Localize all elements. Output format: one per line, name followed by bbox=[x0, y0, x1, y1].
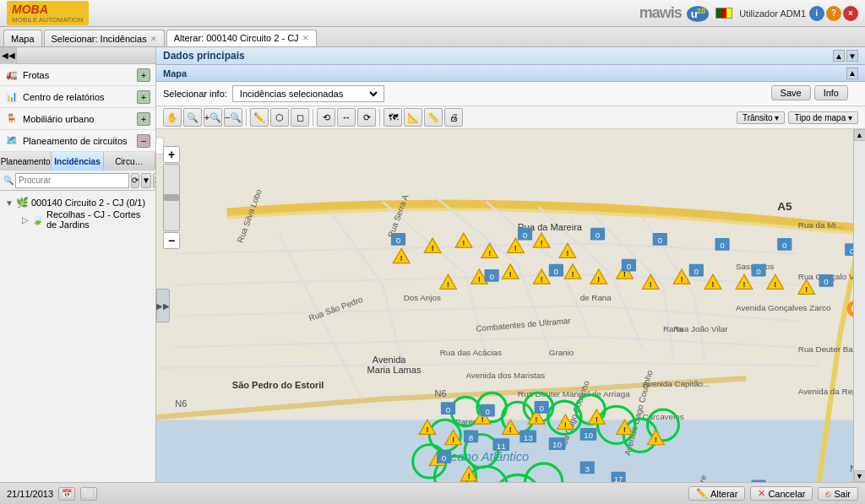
sidebar-item-mobiliario[interactable]: 🪑 Mobiliário urbano + bbox=[0, 108, 155, 130]
tool-layers-button[interactable]: 🗺 bbox=[384, 108, 402, 127]
tab-bar: Mapa Selecionar: Incidências ✕ Alterar: … bbox=[0, 27, 865, 47]
help-icon-button[interactable]: ? bbox=[826, 6, 841, 21]
map-container[interactable]: Oceano Atlântico A5 N6 N6 N9 bbox=[156, 129, 853, 482]
tool-measure-button[interactable]: 📐 bbox=[404, 108, 422, 127]
planeamento-remove-button[interactable]: − bbox=[137, 134, 150, 148]
tool-refresh-button[interactable]: ⟳ bbox=[357, 108, 376, 127]
tool-print-button[interactable]: 🖨 bbox=[444, 108, 463, 127]
mobiliario-add-button[interactable]: + bbox=[137, 112, 150, 126]
svg-text:Avenida da República: Avenida da República bbox=[798, 387, 853, 396]
svg-text:Rana: Rana bbox=[663, 324, 683, 333]
sair-button[interactable]: ⎋ Sair bbox=[818, 487, 858, 501]
content-panel: Dados principais ▲ ▼ Mapa ▲ Selecionar i… bbox=[156, 47, 865, 482]
cancelar-button[interactable]: ✕ Cancelar bbox=[750, 486, 813, 501]
tool-move-button[interactable]: ↔ bbox=[337, 108, 356, 127]
svg-text:3: 3 bbox=[585, 464, 590, 474]
tool-ruler-button[interactable]: 📏 bbox=[424, 108, 443, 127]
svg-text:0: 0 bbox=[523, 230, 528, 240]
svg-text:!: ! bbox=[597, 274, 600, 284]
tree-expand-icon[interactable]: ▼ bbox=[5, 198, 14, 208]
tab-selecionar[interactable]: Selecionar: Incidências ✕ bbox=[44, 30, 165, 46]
save-button[interactable]: Save bbox=[771, 85, 811, 100]
tool-polygon-button[interactable]: ⬡ bbox=[270, 108, 289, 127]
content-scroll-up-button[interactable]: ▲ bbox=[833, 50, 845, 62]
tool-rotate-button[interactable]: ⟲ bbox=[317, 108, 335, 127]
map-background: Oceano Atlântico A5 N6 N6 N9 bbox=[156, 129, 853, 482]
tree-root-item[interactable]: ▼ 🌿 000140 Circuito 2 - CJ (0/1) bbox=[2, 194, 154, 211]
scroll-track[interactable] bbox=[854, 141, 866, 470]
close-icon-button[interactable]: × bbox=[843, 6, 858, 21]
zoom-out-button[interactable]: − bbox=[163, 232, 180, 249]
map-svg: Oceano Atlântico A5 N6 N6 N9 bbox=[156, 129, 853, 482]
tab-alterar-close[interactable]: ✕ bbox=[302, 34, 309, 42]
tree-root-label: 000140 Circuito 2 - CJ (0/1) bbox=[31, 198, 145, 208]
tool-zoom-button[interactable]: 🔍 bbox=[183, 108, 202, 127]
svg-text:!: ! bbox=[488, 248, 491, 257]
tree-sub-icon: 🍃 bbox=[31, 214, 44, 225]
tool-hand-button[interactable]: ✋ bbox=[163, 108, 182, 127]
tab-mapa[interactable]: Mapa bbox=[3, 30, 42, 46]
map-sidebar-toggle[interactable]: ▶▶ bbox=[156, 289, 170, 322]
sidebar-tab-incidencias[interactable]: Incidências bbox=[52, 152, 103, 171]
calendar-button[interactable]: 📅 bbox=[58, 487, 75, 501]
svg-text:Rua Deuter Baltazar Cabral: Rua Deuter Baltazar Cabral bbox=[798, 344, 853, 354]
sidebar-item-relatorios[interactable]: 📊 Centro de relatórios + bbox=[0, 86, 155, 108]
relatorios-add-button[interactable]: + bbox=[137, 90, 150, 104]
content-scroll-down-button[interactable]: ▼ bbox=[846, 50, 858, 62]
select-info-dropdown[interactable]: Incidências selecionadas Todas as incidê… bbox=[232, 85, 384, 102]
statusbar-settings-button[interactable]: ⬜ bbox=[80, 487, 97, 501]
svg-text:!: ! bbox=[535, 415, 537, 424]
svg-text:!: ! bbox=[514, 243, 517, 252]
tool-rectangle-button[interactable]: ◻ bbox=[291, 108, 309, 127]
svg-text:!: ! bbox=[447, 279, 449, 289]
tree-sub-expand-icon[interactable]: ▷ bbox=[22, 215, 29, 225]
tool-edit-button[interactable]: ✏️ bbox=[250, 108, 269, 127]
search-options-button[interactable]: ▼ bbox=[141, 173, 151, 188]
svg-text:0: 0 bbox=[694, 267, 699, 276]
status-bar: 21/11/2013 📅 ⬜ ✏️ Alterar ✕ Cancelar ⎋ S… bbox=[0, 482, 865, 504]
svg-text:!: ! bbox=[426, 425, 428, 434]
scroll-down-button[interactable]: ▼ bbox=[854, 470, 866, 482]
svg-text:!: ! bbox=[743, 279, 745, 289]
sidebar-item-frotas[interactable]: 🚛 Frotas + bbox=[0, 64, 155, 86]
tool-zoomout-button[interactable]: −🔍 bbox=[224, 108, 242, 127]
tree-sub-item[interactable]: ▷ 🍃 Recolhas - CJ - Cortes de Jardins bbox=[19, 211, 154, 228]
search-submit-button[interactable]: ⟳ bbox=[131, 173, 139, 188]
sidebar-tab-planeamento[interactable]: Planeamento bbox=[0, 152, 52, 171]
tool-zoomin-button[interactable]: +🔍 bbox=[204, 108, 222, 127]
sidebar-collapse-button[interactable]: ◀◀ bbox=[0, 47, 17, 64]
map-section-collapse-button[interactable]: ▲ bbox=[846, 68, 858, 79]
content-section-header: Dados principais ▲ ▼ bbox=[156, 47, 865, 65]
transit-button[interactable]: Trânsito ▾ bbox=[737, 111, 786, 124]
scroll-up-button[interactable]: ▲ bbox=[854, 129, 866, 141]
tab-selecionar-close[interactable]: ✕ bbox=[150, 35, 157, 43]
zoom-controls: + − bbox=[163, 146, 180, 249]
zoom-handle[interactable] bbox=[164, 194, 179, 201]
sidebar-item-planeamento[interactable]: 🗺️ Planeamento de circuitos − bbox=[0, 130, 155, 152]
info-button[interactable]: Info bbox=[814, 85, 848, 100]
frotas-add-button[interactable]: + bbox=[137, 68, 150, 82]
svg-text:!: ! bbox=[571, 269, 574, 279]
sidebar-tab-circu[interactable]: Circu… bbox=[104, 152, 155, 171]
tab-alterar[interactable]: Alterar: 000140 Circuito 2 - CJ ✕ bbox=[166, 30, 317, 46]
svg-text:!: ! bbox=[541, 274, 543, 284]
svg-text:Maria Lamas: Maria Lamas bbox=[367, 365, 422, 375]
svg-text:Granio: Granio bbox=[549, 348, 574, 357]
logo-subtitle: MOBILE AUTOMATION bbox=[12, 16, 84, 24]
select-info-select[interactable]: Incidências selecionadas Todas as incidê… bbox=[237, 88, 380, 100]
map-type-button[interactable]: Tipo de mapa ▾ bbox=[788, 111, 858, 124]
info-icon-button[interactable]: i bbox=[809, 6, 824, 21]
file-tree: ▼ 🌿 000140 Circuito 2 - CJ (0/1) ▷ 🍃 Rec… bbox=[0, 191, 155, 482]
search-input[interactable] bbox=[15, 173, 129, 188]
sidebar: ◀◀ 🚛 Frotas + 📊 Centro de relatórios + 🪑… bbox=[0, 47, 156, 482]
zoom-in-button[interactable]: + bbox=[163, 146, 180, 163]
svg-text:!: ! bbox=[478, 274, 481, 284]
svg-text:!: ! bbox=[509, 269, 512, 279]
svg-text:!: ! bbox=[566, 248, 569, 257]
svg-text:A5: A5 bbox=[777, 200, 792, 213]
version-badge: u2.0 bbox=[687, 6, 709, 22]
zoom-slider[interactable] bbox=[163, 164, 180, 231]
language-flag[interactable] bbox=[715, 8, 732, 19]
toolbar-separator-2 bbox=[313, 109, 313, 126]
alterar-button[interactable]: ✏️ Alterar bbox=[688, 486, 745, 501]
